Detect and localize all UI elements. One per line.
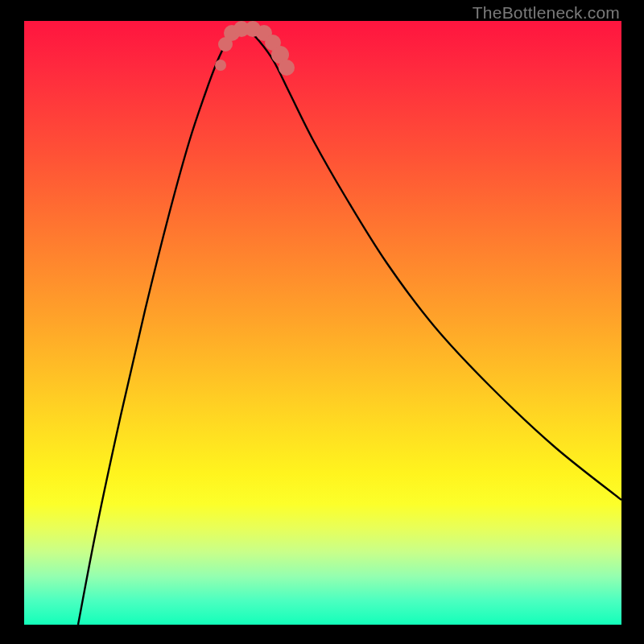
highlight-dot — [215, 60, 226, 71]
highlight-dot — [279, 60, 295, 76]
watermark-text: TheBottleneck.com — [473, 3, 620, 23]
plot-area — [24, 21, 621, 625]
chart-frame: TheBottleneck.com — [0, 0, 644, 644]
bottleneck-curve — [78, 29, 621, 625]
highlight-markers — [215, 21, 295, 76]
curve-svg — [24, 21, 621, 625]
